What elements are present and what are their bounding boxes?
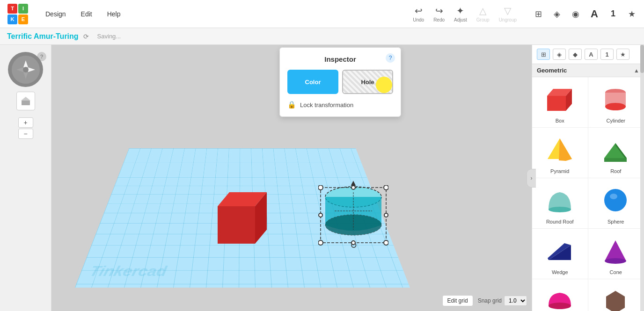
panel-tab-grid[interactable]: ⊞ <box>537 49 550 60</box>
ungroup-button[interactable]: ▽ Ungroup <box>499 5 517 22</box>
inspector-help-button[interactable]: ? <box>386 53 395 63</box>
saving-status: Saving... <box>97 33 121 40</box>
adjust-label: Adjust <box>454 17 467 22</box>
color-button[interactable]: Color <box>287 70 338 94</box>
header-right-icons: ⊞ ◈ ◉ A 1 ★ <box>531 7 639 22</box>
star-icon[interactable]: ★ <box>624 7 639 22</box>
shape-item-pyramid[interactable]: Pyramid <box>532 128 588 178</box>
toolbar: ↩ Undo ↪ Redo ✦ Adjust △ Group ▽ Ungroup <box>413 5 517 22</box>
svg-point-22 <box>384 213 388 217</box>
panel-tab-text[interactable]: A <box>585 49 598 60</box>
text-icon[interactable]: A <box>587 7 602 22</box>
hole-button[interactable]: Hole <box>342 70 393 94</box>
svg-point-19 <box>351 186 355 189</box>
shape-item-wedge[interactable]: Wedge <box>532 229 588 279</box>
shape-thumb-box <box>543 83 576 116</box>
shape-thumb-cylinder <box>600 83 632 116</box>
zoom-in-button[interactable]: + <box>18 117 33 128</box>
svg-point-41 <box>549 303 571 309</box>
shape-label-roof: Roof <box>610 168 621 174</box>
grid-view-icon[interactable]: ⊞ <box>531 7 546 22</box>
bottom-bar: Edit grid Snap grid 1.0 0.5 0.1 2.0 <box>442 295 527 306</box>
right-panel-header: ⊞ ◈ ◆ A 1 ★ <box>532 45 644 64</box>
category-arrow-icon: ▲ <box>634 67 639 74</box>
shape-item-round-roof[interactable]: Round Roof <box>532 178 588 229</box>
svg-point-16 <box>384 185 388 190</box>
number-icon[interactable]: 1 <box>606 7 621 22</box>
svg-point-4 <box>23 67 29 72</box>
header: T I K E Design Edit Help ↩ Undo ↪ Redo ✦… <box>0 0 644 28</box>
shape-item-roof[interactable]: Roof <box>588 128 644 178</box>
svg-point-18 <box>384 240 388 245</box>
inspector-panel: Inspector Color Hole 🔒 Lock transformati… <box>279 47 401 117</box>
shape-item-sphere[interactable]: Sphere <box>588 178 644 229</box>
right-panel: › ⊞ ◈ ◆ A 1 ★ Geometric ▲ <box>532 45 644 311</box>
zoom-out-button[interactable]: − <box>18 129 33 139</box>
wireframe-icon[interactable]: ◉ <box>568 7 583 22</box>
redo-button[interactable]: ↪ Redo <box>433 5 445 22</box>
edit-grid-button[interactable]: Edit grid <box>442 295 473 306</box>
panel-tab-number[interactable]: 1 <box>600 49 614 60</box>
adjust-button[interactable]: ✦ Adjust <box>454 5 467 22</box>
redo-icon: ↪ <box>435 5 443 16</box>
shape-label-sphere: Sphere <box>607 219 624 224</box>
svg-point-34 <box>549 207 571 212</box>
snap-value-select[interactable]: 1.0 0.5 0.1 2.0 <box>504 296 527 306</box>
svg-marker-42 <box>606 291 625 311</box>
svg-point-21 <box>319 213 322 217</box>
nav-edit[interactable]: Edit <box>73 7 100 22</box>
undo-icon: ↩ <box>415 5 423 16</box>
nav-menu: Design Edit Help <box>38 7 128 22</box>
group-button[interactable]: △ Group <box>476 5 490 22</box>
svg-rect-5 <box>22 101 30 105</box>
collapse-panel-button[interactable]: › <box>527 169 536 188</box>
cube-view-icon[interactable]: ◈ <box>549 7 564 22</box>
svg-marker-2 <box>16 67 23 72</box>
panel-category-header[interactable]: Geometric ▲ <box>532 64 644 77</box>
group-icon: △ <box>479 5 486 16</box>
hole-highlight <box>376 77 392 93</box>
undo-button[interactable]: ↩ Undo <box>413 5 424 22</box>
home-view-button[interactable] <box>16 92 35 110</box>
navigation-compass[interactable] <box>8 52 43 87</box>
category-label: Geometric <box>537 67 567 74</box>
shape-thumb-cone <box>600 234 632 267</box>
svg-marker-0 <box>23 60 28 67</box>
svg-marker-30 <box>559 138 572 161</box>
shape-thumb-hex-prism <box>600 285 632 311</box>
panel-tab-gem[interactable]: ◆ <box>569 49 582 60</box>
group-label: Group <box>476 17 490 22</box>
svg-marker-39 <box>605 240 626 261</box>
panel-tab-3d[interactable]: ◈ <box>553 49 566 60</box>
nav-design[interactable]: Design <box>38 7 73 22</box>
nav-help[interactable]: Help <box>100 7 128 22</box>
logo-cell-i: I <box>18 4 28 14</box>
logo-cell-n: K <box>7 14 17 24</box>
tinkercad-logo[interactable]: T I K E <box>5 1 31 27</box>
left-panel: ? + − <box>0 45 51 311</box>
snap-grid-label: Snap grid <box>478 297 502 304</box>
selected-cylinder-shape[interactable]: ▲ ↻ <box>318 176 388 251</box>
red-box-shape[interactable] <box>218 188 269 250</box>
panel-tab-star[interactable]: ★ <box>616 49 629 60</box>
shape-thumb-wedge <box>543 234 576 267</box>
shape-item-box[interactable]: Box <box>532 77 588 128</box>
ungroup-label: Ungroup <box>499 17 517 22</box>
shape-item-half-sphere[interactable]: Half Sphere <box>532 279 588 311</box>
project-bar: Terrific Amur-Turing ⟳ Saving... <box>0 28 644 45</box>
shape-label-round-roof: Round Roof <box>546 219 574 224</box>
svg-marker-6 <box>21 97 30 101</box>
shape-item-cone[interactable]: Cone <box>588 229 644 279</box>
shape-item-hex-prism[interactable]: Hexagonal Prism <box>588 279 644 311</box>
scrollbar-thumb[interactable] <box>640 45 644 73</box>
canvas-area[interactable]: Tinkercad ▲ ↻ <box>51 45 532 311</box>
svg-marker-1 <box>23 72 28 79</box>
shape-item-cylinder[interactable]: Cylinder <box>588 77 644 128</box>
snap-grid-control: Snap grid 1.0 0.5 0.1 2.0 <box>478 296 527 306</box>
project-name[interactable]: Terrific Amur-Turing <box>7 32 79 41</box>
refresh-icon[interactable]: ⟳ <box>83 33 89 40</box>
lock-label: Lock transformation <box>300 101 353 108</box>
shape-thumb-roof <box>600 133 632 166</box>
scrollbar-track <box>640 45 644 311</box>
svg-point-17 <box>318 240 323 245</box>
